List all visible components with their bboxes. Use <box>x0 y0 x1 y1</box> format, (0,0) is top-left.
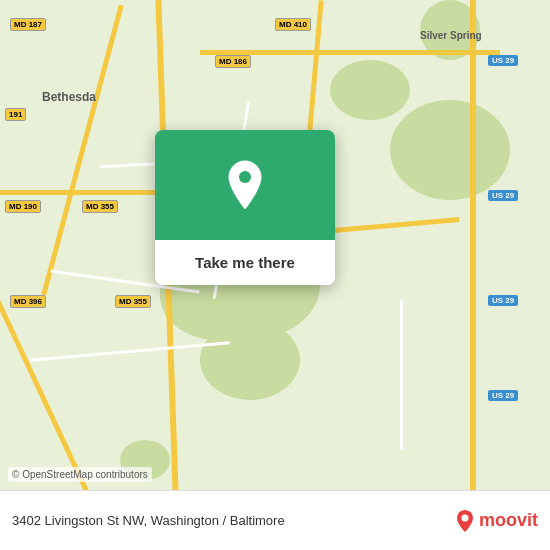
map-container: Bethesda Silver Spring MD 187 MD 410 MD … <box>0 0 550 550</box>
address-text: 3402 Livingston St NW, Washington / Balt… <box>12 513 285 528</box>
md190-label: MD 190 <box>5 200 41 213</box>
us29d-label: US 29 <box>488 390 518 401</box>
md187-label: MD 187 <box>10 18 46 31</box>
svg-point-0 <box>239 171 251 183</box>
park-area-3 <box>330 60 410 120</box>
location-pin-icon <box>223 159 267 211</box>
popup-header <box>155 130 335 240</box>
silver-spring-label: Silver Spring <box>420 30 482 41</box>
park-area-4 <box>390 100 510 200</box>
md186-label: MD 186 <box>215 55 251 68</box>
take-me-there-button[interactable]: Take me there <box>155 240 335 285</box>
us29c-label: US 29 <box>488 295 518 306</box>
md355a-label: MD 355 <box>82 200 118 213</box>
bottom-bar: 3402 Livingston St NW, Washington / Balt… <box>0 490 550 550</box>
park-area-2 <box>200 320 300 400</box>
svg-point-1 <box>461 514 468 521</box>
md355b-label: MD 355 <box>115 295 151 308</box>
md410-label: MD 410 <box>275 18 311 31</box>
road-us29 <box>470 0 476 550</box>
copyright-text: © OpenStreetMap contributors <box>8 467 152 482</box>
i191-label: 191 <box>5 108 26 121</box>
bethesda-label: Bethesda <box>42 90 96 104</box>
md396-label: MD 396 <box>10 295 46 308</box>
moovit-logo: moovit <box>455 509 538 533</box>
road-sec-5 <box>400 300 403 450</box>
popup-card: Take me there <box>155 130 335 285</box>
moovit-pin-icon <box>455 509 475 533</box>
road-190 <box>0 190 180 195</box>
moovit-brand-text: moovit <box>479 510 538 531</box>
us29b-label: US 29 <box>488 190 518 201</box>
us29a-label: US 29 <box>488 55 518 66</box>
